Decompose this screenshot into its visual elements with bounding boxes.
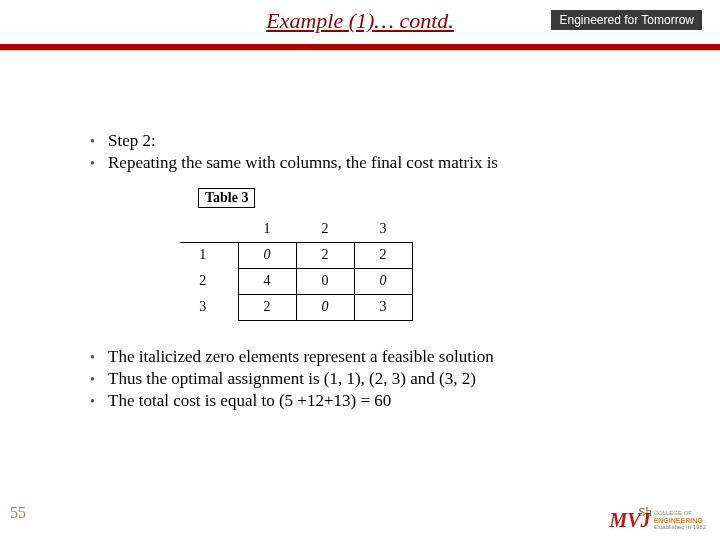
bullet-dot: • <box>90 131 108 151</box>
bullet-dot: • <box>90 369 108 389</box>
cell: 3 <box>354 294 412 320</box>
col-header: 1 <box>238 216 296 242</box>
bullet-item: • Repeating the same with columns, the f… <box>90 153 650 173</box>
cell: 0 <box>238 242 296 268</box>
logo-line3: Established in 1982 <box>654 524 706 531</box>
bullet-text: Thus the optimal assignment is (1, 1), (… <box>108 369 650 389</box>
bullet-item: • The total cost is equal to (5 +12+13) … <box>90 391 650 411</box>
bullet-dot: • <box>90 153 108 173</box>
col-header: 2 <box>296 216 354 242</box>
cell: 2 <box>354 242 412 268</box>
lower-bullets: • The italicized zero elements represent… <box>90 347 650 411</box>
cell: 0 <box>354 268 412 294</box>
table-caption: Table 3 <box>198 188 255 208</box>
logo-mark: MVJ <box>610 509 651 532</box>
bullet-text: Repeating the same with columns, the fin… <box>108 153 650 173</box>
bullet-text: The total cost is equal to (5 +12+13) = … <box>108 391 650 411</box>
cost-matrix-table: 1 2 3 1 0 2 2 2 4 0 0 3 2 0 3 <box>180 216 413 321</box>
bullet-dot: • <box>90 347 108 367</box>
cell: 2 <box>238 294 296 320</box>
logo-text: COLLEGE OF ENGINEERING Established in 19… <box>654 510 706 531</box>
cell: 0 <box>296 268 354 294</box>
bullet-text: Step 2: <box>108 131 650 151</box>
row-header: 1 <box>180 242 238 268</box>
page-number: 55 <box>10 504 26 522</box>
cell: 4 <box>238 268 296 294</box>
tagline: Engineered for Tomorrow <box>551 10 702 30</box>
row-header: 2 <box>180 268 238 294</box>
cell: 0 <box>296 294 354 320</box>
bullet-item: • Step 2: <box>90 131 650 151</box>
slide-header: Example (1)… contd. Engineered for Tomor… <box>0 0 720 40</box>
bullet-dot: • <box>90 391 108 411</box>
row-header: 3 <box>180 294 238 320</box>
content-area: • Step 2: • Repeating the same with colu… <box>0 51 720 411</box>
logo-line1: COLLEGE OF <box>654 510 706 517</box>
table-block: Table 3 1 2 3 1 0 2 2 2 4 0 0 3 2 <box>180 187 650 321</box>
cell: 2 <box>296 242 354 268</box>
col-header: 3 <box>354 216 412 242</box>
bullet-text: The italicized zero elements represent a… <box>108 347 650 367</box>
table-corner <box>180 216 238 242</box>
bullet-item: • The italicized zero elements represent… <box>90 347 650 367</box>
logo-line2: ENGINEERING <box>654 517 706 524</box>
bullet-item: • Thus the optimal assignment is (1, 1),… <box>90 369 650 389</box>
footer-logo: MVJ COLLEGE OF ENGINEERING Established i… <box>610 509 707 532</box>
